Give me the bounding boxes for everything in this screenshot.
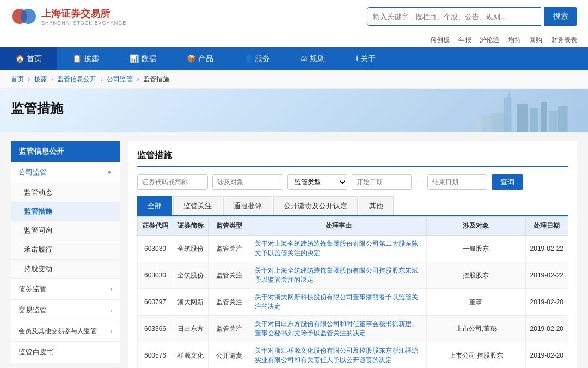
cell-reason: 关于对上海全筑建筑装饰集团股份有限公司第二大股东陈文予以监管关注的决定 [250,236,427,262]
sidebar-child-shareholding[interactable]: 持股变动 [11,260,120,279]
th-reason: 处理事由 [250,217,427,236]
header: 上海证券交易所 SHANGHAI STOCK EXCHANGE 搜索 [0,0,588,33]
reason-link[interactable]: 关于对上海全筑建筑装饰集团股份有限公司控股股东朱斌予以监管关注的决定 [255,267,418,283]
logo-chinese: 上海证券交易所 [41,7,126,20]
tab-notification-criticism[interactable]: 通报批评 [223,196,272,215]
filter-bar: 监管类型 监管关注 通报批评 公开谴责 公开认定 监管工作函 — 查询 [137,174,568,190]
quick-link-caiwubiao[interactable]: 财务表表 [551,36,577,44]
th-name: 证券简称 [173,217,209,236]
table-header-row: 证券代码 证券简称 监管类型 处理事由 涉及对象 处理日期 [138,217,568,236]
svg-rect-9 [558,106,568,132]
cell-type: 监管关注 [209,236,250,262]
search-area: 搜索 [367,7,577,26]
chevron-right-icon2: › [111,307,112,313]
query-button[interactable]: 查询 [492,174,523,190]
svg-rect-4 [509,91,510,94]
content-area: 监管措施 监管类型 监管关注 通报批评 公开谴责 公开认定 监管工作函 — 查询… [128,141,577,368]
breadcrumb-company[interactable]: 公司监管 [107,75,133,83]
sidebar-group-company: 公司监管 ▼ 监管动态 监管措施 监管问询 承诺履行 持股变动 [11,162,120,279]
table-row: 603030全筑股份监管关注关于对上海全筑建筑装饰集团股份有限公司第二大股东陈文… [138,236,568,262]
logo: 上海证券交易所 SHANGHAI STOCK EXCHANGE [11,5,126,27]
cell-code: 603030 [138,262,173,289]
cell-party: 上市公司,控股股东 [427,342,525,369]
sidebar-parent-members[interactable]: 会员及其他交易参与人监管 › [11,321,120,342]
quick-links: 科创板 年报 沪伦通 增持 回购 财务表表 [0,33,588,47]
cell-code: 600576 [138,342,173,369]
nav-item-service[interactable]: 👤 服务 [229,47,286,70]
logo-icon [11,5,37,27]
th-party: 涉及对象 [427,217,525,236]
breadcrumb-supervision[interactable]: 监管信息公开 [57,75,96,83]
reason-link[interactable]: 关于对浙江祥源文化股份有限公司及控股股东东浙江祥源实业有限公司和有关责任人予以公… [255,347,418,364]
filter-type-select[interactable]: 监管类型 监管关注 通报批评 公开谴责 公开认定 监管工作函 [287,174,347,190]
sidebar-child-inquiry[interactable]: 监管问询 [11,221,120,240]
table-row: 603030全筑股份监管关注关于对上海全筑建筑装饰集团股份有限公司控股股东朱斌予… [138,262,568,289]
cell-name: 浙大网新 [173,289,209,316]
nav-item-rules[interactable]: ⚖ 规则 [285,47,340,70]
tab-public-censure[interactable]: 公开谴责及公开认定 [273,196,358,215]
cell-party: 控股股东 [427,262,525,289]
nav-item-products[interactable]: 📦 产品 [171,47,229,70]
tab-supervision-attention[interactable]: 监管关注 [173,196,222,215]
tab-all[interactable]: 全部 [137,196,172,215]
th-type: 监管类型 [209,217,250,236]
cell-type: 监管关注 [209,262,250,289]
sidebar-parent-trading[interactable]: 交易监管 › [11,300,120,321]
supervision-table: 证券代码 证券简称 监管类型 处理事由 涉及对象 处理日期 603030全筑股份… [137,216,568,368]
quick-link-kechuangban[interactable]: 科创板 [430,36,450,44]
svg-rect-2 [504,98,511,132]
cell-party: 董事 [427,289,525,316]
quick-link-huigou[interactable]: 回购 [529,36,542,44]
sidebar-title: 监管信息公开 [11,141,120,162]
breadcrumb-disclosure[interactable]: 披露 [34,75,47,83]
filter-start-date[interactable] [352,174,412,190]
quick-link-zengchi[interactable]: 增持 [508,36,521,44]
svg-rect-5 [517,104,528,132]
sidebar-parent-whitepaper[interactable]: 监管白皮书 [11,342,120,363]
sidebar-parent-company[interactable]: 公司监管 ▼ [11,162,120,183]
breadcrumb-home[interactable]: 首页 [11,75,24,83]
table-row: 600576祥源文化公开谴责关于对浙江祥源文化股份有限公司及控股股东东浙江祥源实… [138,342,568,369]
svg-rect-10 [491,113,504,132]
cell-name: 全筑股份 [173,236,209,262]
sidebar-section: 监管信息公开 公司监管 ▼ 监管动态 监管措施 监管问询 承诺履行 持股变动 债… [11,141,120,363]
cell-party: 一般股东 [427,236,525,262]
sidebar-parent-bond[interactable]: 债券监管 › [11,279,120,300]
content-title: 监管措施 [137,150,568,167]
filter-code-input[interactable] [137,174,208,190]
table-body: 603030全筑股份监管关注关于对上海全筑建筑装饰集团股份有限公司第二大股东陈文… [138,236,568,369]
th-code: 证券代码 [138,217,173,236]
nav-item-about[interactable]: ℹ 关于 [340,47,391,70]
nav-item-home[interactable]: 🏠 首页 [0,47,57,70]
cell-code: 603366 [138,316,173,342]
tab-other[interactable]: 其他 [359,196,394,215]
search-input[interactable] [367,7,541,26]
quick-link-nianbao[interactable]: 年报 [458,36,471,44]
city-silhouette [397,89,588,132]
breadcrumb-measures: 监管措施 [143,75,169,83]
nav-item-disclosure[interactable]: 📋 披露 [57,47,114,70]
cell-date: 2019-02-22 [525,262,568,289]
filter-party-input[interactable] [212,174,283,190]
reason-link[interactable]: 关于对日出东方股份有限公司和时任董事会秘书徐新建、董事会秘书刘文玲予以监管关注的… [255,320,418,337]
sidebar-child-commitment[interactable]: 承诺履行 [11,240,120,260]
cell-type: 监管关注 [209,316,250,342]
cell-party: 上市公司,董秘 [427,316,525,342]
cell-reason: 关于对日出东方股份有限公司和时任董事会秘书徐新建、董事会秘书刘文玲予以监管关注的… [250,316,427,342]
main-content: 监管信息公开 公司监管 ▼ 监管动态 监管措施 监管问询 承诺履行 持股变动 债… [0,132,588,368]
nav-item-data[interactable]: 📊 数据 [114,47,171,70]
cell-code: 603030 [138,236,173,262]
reason-link[interactable]: 关于对浙大网新科技股份有限公司董事潘丽春予以监管关注的决定 [255,293,418,310]
tabs: 全部 监管关注 通报批评 公开谴责及公开认定 其他 [137,196,568,216]
cell-date: 2019-02-20 [525,342,568,369]
filter-end-date[interactable] [427,174,487,190]
sidebar-child-measures[interactable]: 监管措施 [11,202,120,221]
cell-date: 2019-02-20 [525,316,568,342]
sidebar-child-activity[interactable]: 监管动态 [11,183,120,202]
cell-reason: 关于对浙大网新科技股份有限公司董事潘丽春予以监管关注的决定 [250,289,427,316]
quick-link-huluntong[interactable]: 沪伦通 [480,36,499,44]
svg-point-1 [21,9,36,24]
reason-link[interactable]: 关于对上海全筑建筑装饰集团股份有限公司第二大股东陈文予以监管关注的决定 [255,240,418,257]
search-button[interactable]: 搜索 [544,7,577,26]
hero-banner: 监管措施 [0,89,588,132]
